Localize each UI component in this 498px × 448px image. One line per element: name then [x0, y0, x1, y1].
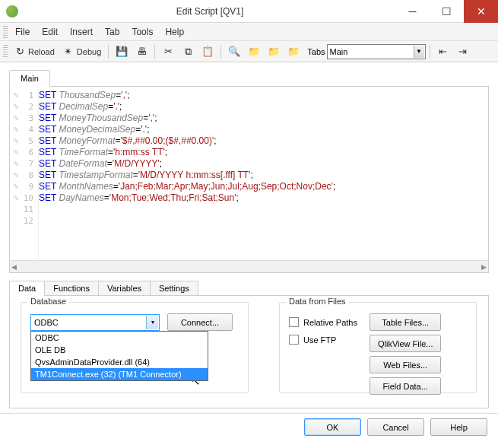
- database-dropdown-list: ODBC OLE DB QvsAdminDataProvider.dll (64…: [30, 331, 208, 381]
- cut-button[interactable]: ✂: [159, 44, 177, 59]
- folder2-button[interactable]: 📁: [265, 44, 283, 59]
- tab-functions[interactable]: Functions: [44, 281, 99, 296]
- editor-tab-main[interactable]: Main: [9, 70, 50, 87]
- gutter-line: ✎10: [10, 192, 38, 204]
- code-line[interactable]: SET MoneyFormat='$#,##0.00;($#,##0.00)';: [39, 135, 488, 147]
- separator: [430, 45, 430, 59]
- tab-variables[interactable]: Variables: [98, 281, 151, 296]
- files-buttons: Table Files... QlikView File... Web File…: [370, 313, 442, 395]
- menu-edit[interactable]: Edit: [36, 25, 64, 39]
- relative-paths-checkbox[interactable]: [289, 317, 299, 327]
- code-line[interactable]: SET TimestampFormat='M/D/YYYY h:mm:ss[.f…: [39, 170, 488, 181]
- option-oledb[interactable]: OLE DB: [31, 344, 208, 356]
- copy-button[interactable]: ⧉: [179, 44, 197, 59]
- copy-icon: ⧉: [182, 46, 194, 58]
- horizontal-scrollbar[interactable]: ◀▶: [10, 260, 488, 272]
- database-combo[interactable]: ODBC ▾ ODBC OLE DB QvsAdminDataProvider.…: [30, 314, 160, 331]
- menu-help[interactable]: Help: [159, 25, 190, 39]
- chevron-down-icon: ▾: [146, 316, 158, 329]
- paste-icon: 📋: [201, 46, 214, 58]
- help-button[interactable]: Help: [430, 418, 487, 436]
- files-legend: Data from Files: [286, 297, 349, 306]
- menubar: File Edit Insert Tab Tools Help: [0, 23, 498, 41]
- code-line[interactable]: SET ThousandSep=',';: [39, 90, 488, 101]
- separator: [154, 45, 155, 59]
- code-line[interactable]: SET DateFormat='M/D/YYYY';: [39, 158, 488, 170]
- relative-paths-row[interactable]: Relative Paths: [289, 317, 357, 327]
- ok-button[interactable]: OK: [304, 418, 361, 436]
- database-legend: Database: [27, 297, 69, 306]
- tabs-label: Tabs: [307, 47, 325, 56]
- database-combo-value: ODBC: [34, 318, 59, 327]
- indent-left-icon: ⇤: [437, 46, 449, 58]
- window-title: Edit Script [QV1]: [24, 6, 395, 17]
- minimize-button[interactable]: ─: [395, 0, 430, 23]
- window-controls: ─ ☐ ✕: [395, 0, 498, 23]
- connect-button[interactable]: Connect...: [167, 313, 233, 331]
- line-gutter: ✎1✎2✎3✎4✎5✎6✎7✎8✎9✎101112: [10, 87, 39, 272]
- qlikview-file-button[interactable]: QlikView File...: [370, 335, 442, 352]
- maximize-button[interactable]: ☐: [430, 0, 464, 23]
- code-body[interactable]: SET ThousandSep=',';SET DecimalSep='.';S…: [39, 87, 488, 272]
- grip-icon: [3, 45, 8, 59]
- tabs-combo-value: Main: [330, 47, 348, 56]
- code-line[interactable]: SET TimeFormat='h:mm:ss TT';: [39, 147, 488, 158]
- web-files-button[interactable]: Web Files...: [370, 356, 442, 373]
- code-line[interactable]: SET MoneyThousandSep=',';: [39, 113, 488, 124]
- table-files-button[interactable]: Table Files...: [370, 313, 442, 331]
- lower-tabs: Data Functions Variables Settings: [9, 281, 489, 296]
- code-editor[interactable]: ✎1✎2✎3✎4✎5✎6✎7✎8✎9✎101112 SET ThousandSe…: [9, 87, 489, 273]
- gutter-line: ✎3: [10, 113, 38, 124]
- menu-file[interactable]: File: [9, 25, 36, 39]
- menu-insert[interactable]: Insert: [64, 25, 99, 39]
- folder-icon: 📁: [248, 46, 260, 58]
- debug-label: Debug: [77, 47, 101, 56]
- data-panel: Database ODBC ▾ ODBC OLE DB QvsAdminData…: [9, 296, 489, 408]
- gutter-line: 11: [10, 204, 38, 215]
- tab-data[interactable]: Data: [9, 281, 45, 296]
- code-line[interactable]: SET DecimalSep='.';: [39, 101, 488, 113]
- tab-settings[interactable]: Settings: [150, 281, 198, 296]
- close-button[interactable]: ✕: [464, 0, 498, 23]
- save-icon: 💾: [116, 46, 128, 58]
- code-line[interactable]: SET DayNames='Mon;Tue;Wed;Thu;Fri;Sat;Su…: [39, 192, 488, 204]
- gutter-line: ✎6: [10, 147, 38, 158]
- nav2-button[interactable]: ⇥: [454, 44, 472, 59]
- use-ftp-checkbox[interactable]: [289, 335, 299, 345]
- indent-right-icon: ⇥: [457, 46, 469, 58]
- folder1-button[interactable]: 📁: [245, 44, 263, 59]
- code-line[interactable]: [39, 215, 488, 227]
- menu-tab[interactable]: Tab: [99, 25, 125, 39]
- code-line[interactable]: SET MonthNames='Jan;Feb;Mar;Apr;May;Jun;…: [39, 181, 488, 192]
- code-line[interactable]: SET MoneyDecimalSep='.';: [39, 124, 488, 135]
- save-button[interactable]: 💾: [113, 44, 131, 59]
- app-icon: [6, 5, 18, 17]
- tabs-combo[interactable]: Main ▼: [327, 44, 426, 59]
- field-data-button[interactable]: Field Data...: [370, 377, 442, 395]
- code-line[interactable]: [39, 204, 488, 215]
- gutter-line: ✎4: [10, 124, 38, 135]
- print-icon: 🖶: [135, 46, 147, 58]
- grip-icon: [3, 26, 8, 38]
- search-icon: 🔍: [228, 46, 240, 58]
- search-button[interactable]: 🔍: [225, 44, 243, 59]
- paste-button[interactable]: 📋: [198, 44, 217, 59]
- option-qvsadmin[interactable]: QvsAdminDataProvider.dll (64): [31, 356, 208, 368]
- use-ftp-row[interactable]: Use FTP: [289, 335, 357, 345]
- separator: [220, 45, 221, 59]
- menu-tools[interactable]: Tools: [125, 25, 159, 39]
- folder3-button[interactable]: 📁: [284, 44, 303, 59]
- option-odbc[interactable]: ODBC: [31, 332, 208, 344]
- reload-button[interactable]: ↻Reload: [11, 44, 58, 59]
- files-grid: Relative Paths Use FTP Table Files... Ql…: [289, 313, 467, 395]
- cancel-button[interactable]: Cancel: [367, 418, 424, 436]
- gutter-line: ✎1: [10, 90, 38, 101]
- editor-tabs: Main: [9, 70, 489, 87]
- print-button[interactable]: 🖶: [132, 44, 151, 59]
- debug-button[interactable]: ✴Debug: [59, 44, 104, 59]
- bug-icon: ✴: [62, 46, 75, 58]
- option-tm1connect[interactable]: TM1Connect.exe (32) (TM1 Connector): [31, 368, 208, 380]
- nav1-button[interactable]: ⇤: [434, 44, 452, 59]
- use-ftp-label: Use FTP: [303, 335, 336, 345]
- relative-paths-label: Relative Paths: [303, 318, 357, 327]
